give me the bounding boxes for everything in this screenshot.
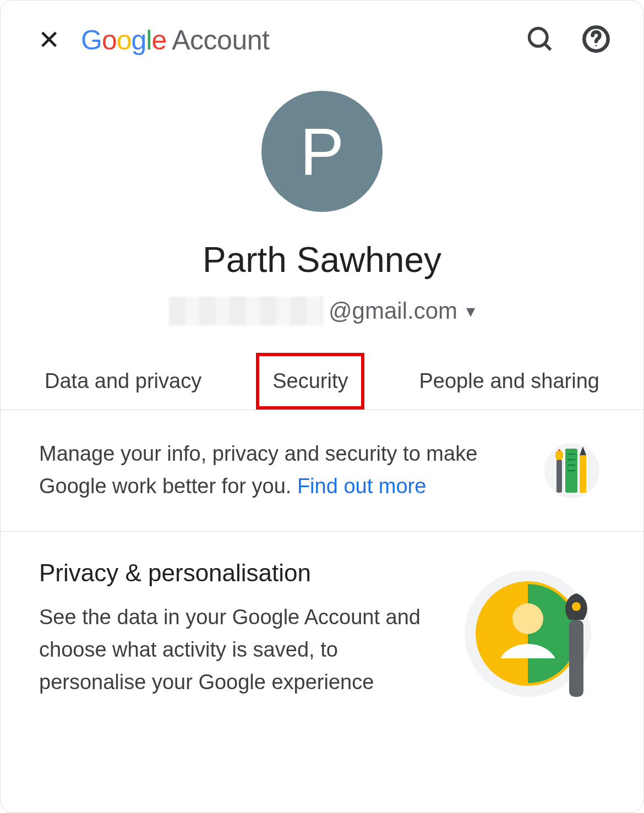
account-label: Account — [172, 24, 269, 56]
tab-security[interactable]: Security — [256, 353, 364, 410]
intro-text: Manage your info, privacy and security t… — [39, 438, 517, 503]
intro-section: Manage your info, privacy and security t… — [1, 410, 643, 532]
tab-label: Security — [272, 369, 348, 392]
tab-bar: Data and privacy Security People and sha… — [1, 353, 643, 410]
privacy-desc: See the data in your Google Account and … — [39, 601, 440, 699]
svg-rect-16 — [569, 620, 583, 697]
tools-illustration-icon — [539, 438, 605, 504]
privacy-illustration-icon — [462, 559, 605, 702]
help-button[interactable] — [582, 25, 610, 56]
avatar[interactable]: P — [261, 91, 383, 212]
privacy-personalisation-section: Privacy & personalisation See the data i… — [1, 532, 643, 730]
chevron-down-icon: ▾ — [466, 301, 475, 321]
search-icon — [526, 25, 554, 53]
tab-people-and-sharing[interactable]: People and sharing — [414, 353, 605, 410]
profile-section: P Parth Sawhney @gmail.com ▾ — [1, 69, 643, 353]
tab-label: Data and privacy — [45, 369, 201, 392]
search-button[interactable] — [526, 25, 554, 56]
close-icon: ✕ — [38, 25, 60, 54]
tab-label: People and sharing — [419, 369, 599, 392]
svg-rect-10 — [580, 455, 586, 493]
avatar-initial: P — [300, 113, 344, 189]
svg-point-15 — [512, 603, 543, 634]
svg-point-17 — [572, 602, 581, 611]
svg-point-3 — [596, 45, 597, 47]
google-account-logo: Google Account — [81, 24, 509, 56]
tab-data-and-privacy[interactable]: Data and privacy — [39, 353, 207, 410]
svg-point-0 — [530, 29, 548, 47]
svg-rect-12 — [556, 460, 562, 493]
app-header: ✕ Google Account — [1, 1, 643, 69]
privacy-title: Privacy & personalisation — [39, 559, 440, 587]
account-switcher[interactable]: @gmail.com ▾ — [169, 297, 475, 325]
close-button[interactable]: ✕ — [34, 23, 64, 58]
email-local-redacted — [169, 297, 323, 325]
svg-line-1 — [545, 44, 551, 50]
find-out-more-link[interactable]: Find out more — [297, 474, 426, 498]
display-name: Parth Sawhney — [203, 239, 441, 280]
google-wordmark: Google — [81, 24, 166, 56]
email-domain: @gmail.com — [329, 298, 457, 324]
help-icon — [582, 25, 610, 53]
